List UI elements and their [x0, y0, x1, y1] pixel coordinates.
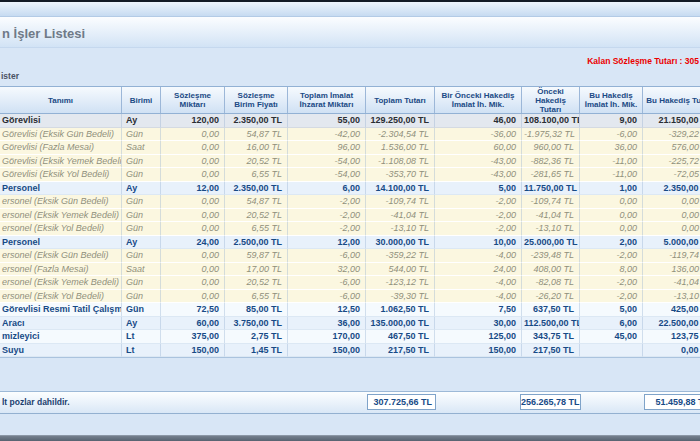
cell-birimi: Gün	[122, 128, 161, 142]
cell-toplam-tutari: 129.250,00 TL	[366, 114, 435, 128]
table-row[interactable]: ersonel (Eksik Yemek Bedeli) Gün 0,00 20…	[0, 209, 700, 223]
cell-onceki-hakedis-tutari: -239,48 TL	[522, 249, 580, 263]
cell-tanimi: ersonel (Eksik Yol Bedeli)	[0, 290, 122, 304]
cell-birimi: Lt	[122, 330, 161, 344]
total-amount-box[interactable]: 307.725,66 TL	[367, 394, 436, 410]
cell-sozlesme-miktari: 0,00	[161, 222, 225, 236]
column-header[interactable]: Sözleşme Birim Fiyatı	[225, 87, 288, 113]
column-header[interactable]: Bir Önceki Hakediş İmalat İh. Mik.	[435, 87, 522, 113]
cell-sozlesme-birim-fiyati: 2.350,00 TL	[225, 114, 288, 128]
cell-toplam-tutari: 135.000,00 TL	[366, 317, 435, 331]
table-row[interactable]: Suyu Lt 150,00 1,45 TL 150,00 217,50 TL …	[0, 344, 700, 358]
table-row[interactable]: Personel Ay 12,00 2.350,00 TL 6,00 14.10…	[0, 182, 700, 196]
table-row[interactable]: ersonel (Eksik Yol Bedeli) Gün 0,00 6,55…	[0, 222, 700, 236]
column-header[interactable]: Sözleşme Miktarı	[161, 87, 225, 113]
cell-bir-onceki-hakedis-imalat-mik: 46,00	[435, 114, 522, 128]
cell-tanimi: ersonel (Eksik Gün Bedeli)	[0, 249, 122, 263]
cell-toplam-tutari: -123,12 TL	[366, 276, 435, 290]
cell-birimi: Gün	[122, 303, 161, 317]
column-header[interactable]: Tanımı	[0, 87, 122, 113]
cell-sozlesme-miktari: 0,00	[161, 155, 225, 169]
column-header[interactable]: Birimi	[122, 87, 161, 113]
app-window: n İşler Listesi ister Kalan Sözleşme Tut…	[0, 0, 700, 441]
cell-toplam-imalat-ihzarat-miktari: 12,00	[288, 236, 366, 250]
show-option-label[interactable]: ister	[1, 71, 19, 81]
cell-bir-onceki-hakedis-imalat-mik: -2,00	[435, 195, 522, 209]
cell-birimi: Ay	[122, 236, 161, 250]
cell-bir-onceki-hakedis-imalat-mik: 150,00	[435, 344, 522, 358]
table-row[interactable]: ersonel (Eksik Gün Bedeli) Gün 0,00 59,8…	[0, 249, 700, 263]
cell-sozlesme-birim-fiyati: 6,55 TL	[225, 290, 288, 304]
cell-onceki-hakedis-tutari: 408,00 TL	[522, 263, 580, 277]
cell-bir-onceki-hakedis-imalat-mik: -2,00	[435, 222, 522, 236]
cell-bu-hakedis-tutari: 0,00 TL	[643, 344, 700, 358]
cell-tanimi: ersonel (Eksik Gün Bedeli)	[0, 195, 122, 209]
cell-sozlesme-miktari: 0,00	[161, 168, 225, 182]
column-header[interactable]: Bu Hakediş Tutarı	[643, 87, 700, 113]
cell-toplam-tutari: 30.000,00 TL	[366, 236, 435, 250]
table-row[interactable]: ersonel (Eksik Yol Bedeli) Gün 0,00 6,55…	[0, 290, 700, 304]
cell-bu-hakedis-tutari: 123,75 TL	[643, 330, 700, 344]
cell-sozlesme-miktari: 0,00	[161, 209, 225, 223]
cell-toplam-imalat-ihzarat-miktari: -2,00	[288, 209, 366, 223]
cell-birimi: Gün	[122, 155, 161, 169]
cell-bir-onceki-hakedis-imalat-mik: -36,00	[435, 128, 522, 142]
cell-bu-hakedis-tutari: 22.500,00 TL	[643, 317, 700, 331]
cell-toplam-tutari: -41,04 TL	[366, 209, 435, 223]
cell-bir-onceki-hakedis-imalat-mik: -4,00	[435, 249, 522, 263]
column-header[interactable]: Önceki Hakediş Tutarı	[522, 87, 580, 113]
cell-bu-hakedis-imalat-mik: -11,00	[580, 155, 643, 169]
toolbar-strip	[0, 2, 700, 17]
cell-sozlesme-miktari: 0,00	[161, 276, 225, 290]
previous-progress-total-box[interactable]: 256.265,78 TL	[520, 394, 581, 410]
cell-toplam-tutari: 467,50 TL	[366, 330, 435, 344]
cell-bir-onceki-hakedis-imalat-mik: 30,00	[435, 317, 522, 331]
cell-toplam-imalat-ihzarat-miktari: -6,00	[288, 290, 366, 304]
totals-footer-bar: lt pozlar dahildir. 307.725,66 TL 256.26…	[0, 391, 700, 414]
window-bottom-edge	[0, 435, 700, 441]
cell-bu-hakedis-imalat-mik: 0,00	[580, 209, 643, 223]
works-table: TanımıBirimiSözleşme MiktarıSözleşme Bir…	[0, 86, 700, 358]
cell-bu-hakedis-tutari: -41,04 TL	[643, 276, 700, 290]
table-row[interactable]: ersonel (Eksik Gün Bedeli) Gün 0,00 54,8…	[0, 195, 700, 209]
cell-bu-hakedis-imalat-mik: -11,00	[580, 168, 643, 182]
cell-bu-hakedis-tutari: 136,00 TL	[643, 263, 700, 277]
cell-bir-onceki-hakedis-imalat-mik: 24,00	[435, 263, 522, 277]
cell-birimi: Gün	[122, 195, 161, 209]
cell-toplam-imalat-ihzarat-miktari: -6,00	[288, 276, 366, 290]
cell-bir-onceki-hakedis-imalat-mik: 125,00	[435, 330, 522, 344]
table-row[interactable]: ersonel (Fazla Mesai) Saat 0,00 17,00 TL…	[0, 263, 700, 277]
table-row[interactable]: Görevlisi (Fazla Mesai) Saat 0,00 16,00 …	[0, 141, 700, 155]
cell-bu-hakedis-tutari: 0,00 TL	[643, 222, 700, 236]
cell-bu-hakedis-tutari: 0,00 TL	[643, 195, 700, 209]
table-row[interactable]: ersonel (Eksik Yemek Bedeli) Gün 0,00 20…	[0, 276, 700, 290]
cell-bu-hakedis-imalat-mik: -2,00	[580, 276, 643, 290]
cell-bu-hakedis-tutari: -13,10 TL	[643, 290, 700, 304]
cell-toplam-imalat-ihzarat-miktari: 55,00	[288, 114, 366, 128]
cell-bu-hakedis-tutari: 2.350,00 TL	[643, 182, 700, 196]
cell-sozlesme-miktari: 0,00	[161, 263, 225, 277]
table-row[interactable]: Görevlisi Ay 120,00 2.350,00 TL 55,00 12…	[0, 114, 700, 128]
column-header[interactable]: Toplam İmalat İhzarat Miktarı	[288, 87, 366, 113]
cell-tanimi: Görevlisi Resmi Tatil Çalışması	[0, 303, 122, 317]
cell-bu-hakedis-imalat-mik: 5,00	[580, 303, 643, 317]
cell-sozlesme-miktari: 24,00	[161, 236, 225, 250]
cell-sozlesme-miktari: 0,00	[161, 128, 225, 142]
current-progress-total-box[interactable]: 51.459,88 TL	[644, 394, 700, 410]
table-row[interactable]: Görevlisi (Eksik Yemek Bedeli) Gün 0,00 …	[0, 155, 700, 169]
column-header[interactable]: Toplam Tutarı	[366, 87, 435, 113]
table-row[interactable]: Görevlisi (Eksik Gün Bedeli) Gün 0,00 54…	[0, 128, 700, 142]
cell-bu-hakedis-tutari: -225,72 TL	[643, 155, 700, 169]
table-row[interactable]: mizleyici Lt 375,00 2,75 TL 170,00 467,5…	[0, 330, 700, 344]
cell-toplam-imalat-ihzarat-miktari: -2,00	[288, 195, 366, 209]
cell-toplam-imalat-ihzarat-miktari: 150,00	[288, 344, 366, 358]
cell-bir-onceki-hakedis-imalat-mik: -4,00	[435, 290, 522, 304]
table-row[interactable]: Görevlisi Resmi Tatil Çalışması Gün 72,5…	[0, 303, 700, 317]
table-row[interactable]: Personel Ay 24,00 2.500,00 TL 12,00 30.0…	[0, 236, 700, 250]
column-header[interactable]: Bu Hakediş İmalat İh. Mik.	[580, 87, 643, 113]
cell-tanimi: Görevlisi (Eksik Yol Bedeli)	[0, 168, 122, 182]
title-panel: n İşler Listesi	[0, 17, 700, 48]
table-row[interactable]: Görevlisi (Eksik Yol Bedeli) Gün 0,00 6,…	[0, 168, 700, 182]
table-row[interactable]: Aracı Ay 60,00 3.750,00 TL 36,00 135.000…	[0, 317, 700, 331]
cell-bu-hakedis-imalat-mik: 8,00	[580, 263, 643, 277]
